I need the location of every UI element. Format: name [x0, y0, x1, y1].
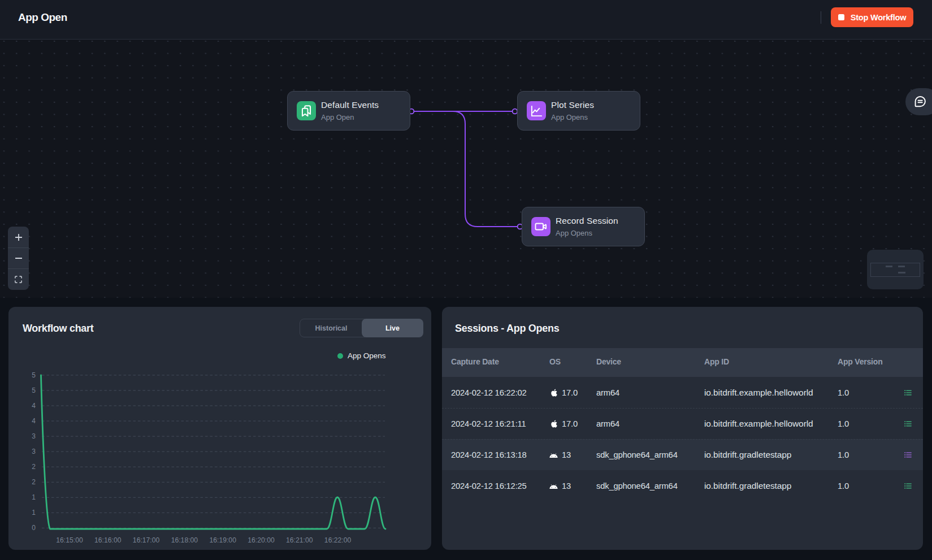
svg-text:16:16:00: 16:16:00	[94, 536, 122, 544]
svg-text:16:19:00: 16:19:00	[209, 536, 236, 544]
svg-text:4: 4	[32, 402, 36, 410]
svg-text:16:20:00: 16:20:00	[248, 536, 275, 544]
svg-text:5: 5	[32, 371, 36, 379]
svg-text:16:18:00: 16:18:00	[171, 536, 198, 544]
svg-text:1: 1	[32, 493, 36, 501]
svg-text:3: 3	[32, 432, 36, 440]
svg-text:5: 5	[32, 387, 36, 394]
svg-text:1: 1	[32, 509, 36, 516]
svg-text:3: 3	[32, 448, 36, 455]
svg-text:16:15:00: 16:15:00	[56, 536, 83, 544]
svg-text:0: 0	[32, 524, 36, 532]
svg-text:16:21:00: 16:21:00	[286, 536, 313, 544]
svg-text:16:17:00: 16:17:00	[133, 536, 160, 544]
svg-text:2: 2	[32, 463, 36, 471]
svg-text:2: 2	[32, 478, 36, 486]
svg-text:4: 4	[32, 417, 36, 425]
svg-text:16:22:00: 16:22:00	[324, 536, 352, 544]
